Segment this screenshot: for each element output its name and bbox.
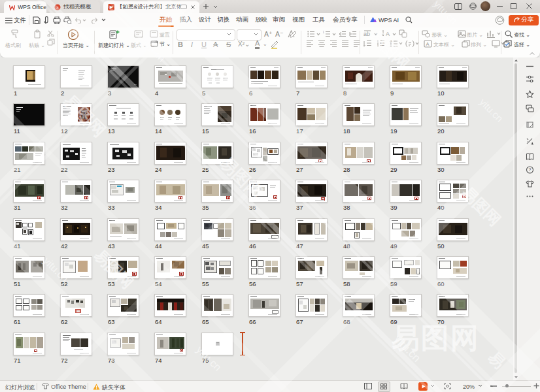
svg-text:P: P xyxy=(110,5,114,10)
svg-text:ab: ab xyxy=(363,31,370,37)
svg-text:A: A xyxy=(426,41,429,47)
svg-text:1: 1 xyxy=(323,31,324,34)
svg-text:A: A xyxy=(386,31,390,37)
svg-text:?: ? xyxy=(529,167,532,172)
